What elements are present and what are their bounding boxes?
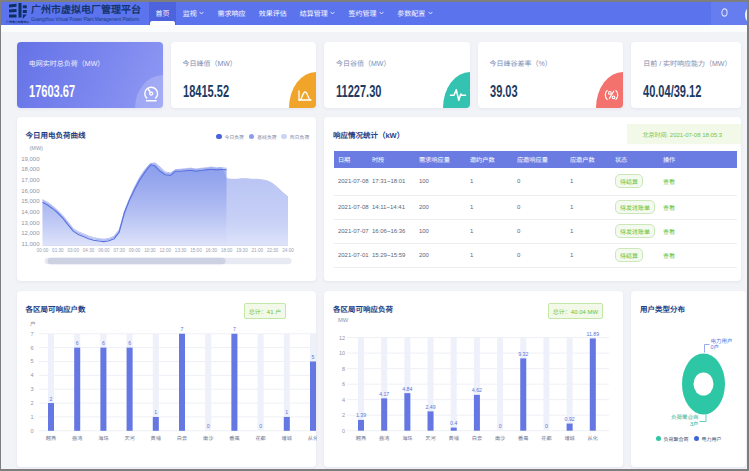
svg-text:南沙: 南沙: [495, 435, 505, 441]
svg-text:6: 6: [30, 345, 33, 351]
svg-text:01:30: 01:30: [52, 248, 64, 253]
svg-text:0: 0: [207, 423, 210, 429]
svg-text:海珠: 海珠: [403, 435, 414, 441]
svg-text:10: 10: [339, 350, 345, 356]
svg-text:番禺: 番禺: [229, 435, 239, 441]
svg-text:0: 0: [259, 423, 262, 429]
svg-text:15,000: 15,000: [21, 198, 40, 204]
svg-text:天河: 天河: [426, 435, 436, 441]
svg-text:4.17: 4.17: [380, 391, 390, 397]
svg-text:7: 7: [233, 326, 236, 332]
svg-text:0户: 0户: [711, 344, 720, 350]
svg-text:22:30: 22:30: [267, 248, 279, 253]
svg-text:越秀: 越秀: [356, 435, 366, 441]
svg-text:越秀: 越秀: [46, 435, 56, 441]
svg-text:4.62: 4.62: [472, 387, 482, 393]
svg-text:04:30: 04:30: [83, 248, 95, 253]
svg-text:6: 6: [342, 381, 345, 387]
svg-text:0.4: 0.4: [451, 420, 458, 426]
svg-text:1: 1: [154, 409, 157, 415]
svg-text:3户: 3户: [690, 421, 699, 427]
svg-text:3: 3: [30, 386, 33, 392]
svg-text:18,000: 18,000: [21, 166, 40, 172]
svg-text:4: 4: [30, 372, 33, 378]
svg-text:5: 5: [312, 354, 315, 360]
svg-text:2: 2: [30, 400, 33, 406]
svg-text:00:00: 00:00: [37, 248, 49, 253]
svg-text:13:30: 13:30: [175, 248, 187, 253]
svg-text:12: 12: [339, 335, 345, 341]
svg-text:19:30: 19:30: [236, 248, 248, 253]
svg-text:16:30: 16:30: [206, 248, 218, 253]
svg-text:2.49: 2.49: [426, 404, 436, 410]
svg-text:1: 1: [285, 409, 288, 415]
svg-text:19,000: 19,000: [21, 156, 40, 162]
svg-text:12:00: 12:00: [160, 248, 172, 253]
svg-text:白云: 白云: [177, 435, 187, 441]
svg-text:14,000: 14,000: [21, 209, 40, 215]
svg-text:6: 6: [102, 340, 105, 346]
svg-text:10:30: 10:30: [144, 248, 156, 253]
svg-text:9.32: 9.32: [519, 351, 529, 357]
svg-text:1.39: 1.39: [356, 412, 366, 418]
svg-text:2: 2: [342, 412, 345, 418]
svg-text:7: 7: [181, 326, 184, 332]
svg-text:5: 5: [30, 358, 33, 364]
svg-text:荔湾: 荔湾: [379, 435, 389, 441]
svg-text:0: 0: [545, 423, 548, 429]
svg-text:花都: 花都: [255, 435, 265, 441]
svg-text:户: 户: [30, 321, 36, 327]
svg-text:0: 0: [30, 428, 33, 434]
svg-text:荔湾: 荔湾: [72, 435, 82, 441]
svg-text:6: 6: [128, 340, 131, 346]
svg-text:4: 4: [342, 397, 345, 403]
svg-text:MW: MW: [338, 317, 349, 323]
svg-text:天河: 天河: [124, 435, 134, 441]
svg-text:负荷聚合商: 负荷聚合商: [671, 414, 699, 420]
svg-text:8: 8: [342, 366, 345, 372]
svg-text:增城: 增城: [565, 435, 576, 441]
svg-text:16,000: 16,000: [21, 188, 40, 194]
svg-text:03:00: 03:00: [67, 248, 79, 253]
svg-text:1: 1: [30, 414, 33, 420]
svg-text:18:00: 18:00: [221, 248, 233, 253]
svg-text:06:00: 06:00: [98, 248, 110, 253]
svg-text:0: 0: [342, 428, 345, 434]
svg-text:0: 0: [499, 423, 502, 429]
svg-text:21:00: 21:00: [252, 248, 264, 253]
svg-text:7: 7: [30, 331, 33, 337]
svg-text:从化: 从化: [588, 435, 598, 441]
svg-text:(MW): (MW): [30, 145, 44, 151]
svg-text:增城: 增城: [282, 435, 293, 441]
svg-text:2: 2: [50, 396, 53, 402]
svg-text:15:00: 15:00: [190, 248, 202, 253]
svg-text:12,000: 12,000: [21, 230, 40, 236]
svg-text:09:00: 09:00: [129, 248, 141, 253]
svg-text:24:00: 24:00: [282, 248, 294, 253]
svg-text:4.84: 4.84: [403, 386, 413, 392]
svg-text:07:30: 07:30: [113, 248, 125, 253]
svg-text:黄埔: 黄埔: [449, 435, 459, 441]
svg-text:6: 6: [76, 340, 79, 346]
svg-text:南沙: 南沙: [203, 435, 213, 441]
svg-text:17,000: 17,000: [21, 177, 40, 183]
svg-text:11,000: 11,000: [22, 241, 41, 247]
svg-text:海珠: 海珠: [98, 435, 109, 441]
svg-text:从化: 从化: [308, 435, 317, 441]
svg-text:13,000: 13,000: [21, 220, 40, 226]
svg-text:11.89: 11.89: [587, 331, 600, 337]
svg-text:0.92: 0.92: [565, 416, 575, 422]
svg-text:花都: 花都: [542, 435, 552, 441]
svg-text:黄埔: 黄埔: [151, 435, 161, 441]
svg-text:白云: 白云: [472, 435, 482, 441]
svg-text:番禺: 番禺: [518, 435, 528, 441]
